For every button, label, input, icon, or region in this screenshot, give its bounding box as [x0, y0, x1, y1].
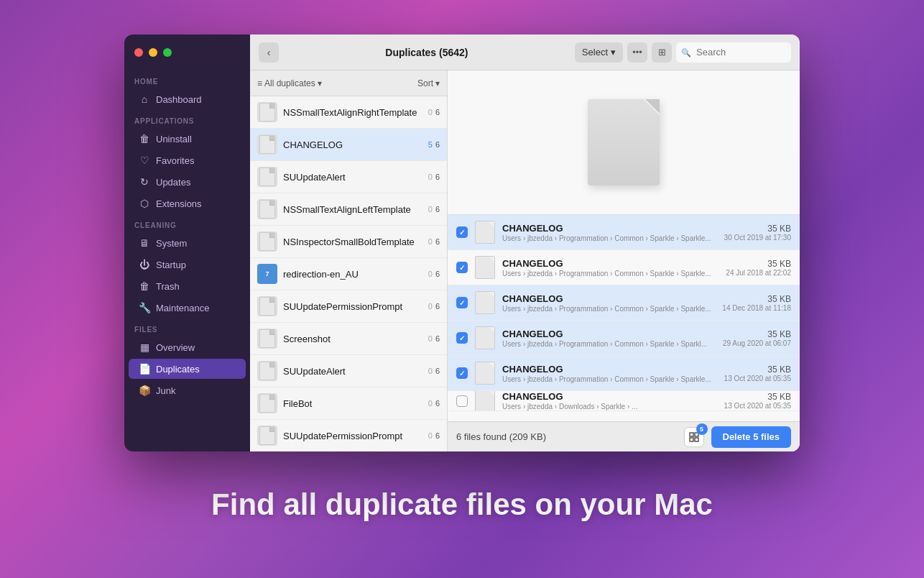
list-item[interactable]: FileBot 0 6: [250, 387, 447, 420]
file-icon: [257, 167, 277, 187]
count-b: 6: [435, 205, 440, 214]
sidebar-item-junk[interactable]: 📦 Junk: [129, 380, 246, 400]
list-item[interactable]: CHANGELOG 5 6: [250, 129, 447, 161]
list-item[interactable]: SUUpdateAlert 0 6: [250, 355, 447, 387]
chevron-down-icon: ▾: [611, 47, 616, 58]
duplicate-name: CHANGELOG: [502, 329, 716, 339]
duplicate-date: 24 Jul 2018 at 22:02: [726, 269, 791, 277]
filter-button[interactable]: ≡ All duplicates ▾: [257, 78, 322, 88]
trash-icon: 🗑: [139, 280, 150, 292]
back-button[interactable]: ‹: [259, 42, 279, 63]
duplicate-path: Users › jbzedda › Downloads › Sparkle › …: [502, 403, 717, 410]
duplicate-checkbox[interactable]: [456, 226, 468, 238]
duplicate-item[interactable]: CHANGELOG Users › jbzedda › Programmatio…: [448, 285, 800, 321]
sidebar-item-label: System: [156, 238, 187, 249]
search-wrapper: [676, 42, 791, 63]
list-item[interactable]: 7 redirection-en_AU 0 6: [250, 258, 447, 290]
list-item[interactable]: NSInspectorSmallBoldTemplate 0 6: [250, 226, 447, 258]
list-item[interactable]: SUUpdateAlert 0 6: [250, 161, 447, 193]
delete-button[interactable]: Delete 5 files: [711, 426, 792, 448]
detail-panel: CHANGELOG Users › jbzedda › Programmatio…: [448, 70, 800, 451]
duplicate-file-icon: [475, 326, 495, 349]
list-item[interactable]: Screenshot 0 6: [250, 323, 447, 355]
sidebar-item-label: Duplicates: [156, 364, 200, 375]
duplicate-meta: 35 KB 13 Oct 2020 at 05:35: [724, 364, 791, 382]
sidebar-item-duplicates[interactable]: 📄 Duplicates: [129, 359, 246, 379]
traffic-light-close[interactable]: [134, 48, 143, 57]
select-label: Select: [582, 47, 608, 58]
duplicate-name: CHANGELOG: [502, 258, 719, 269]
file-icon: [257, 231, 277, 252]
section-files-label: FILES: [124, 318, 250, 336]
duplicate-item[interactable]: CHANGELOG Users › jbzedda › Programmatio…: [448, 321, 800, 356]
sidebar-item-overview[interactable]: ▦ Overview: [129, 337, 246, 357]
duplicate-name: CHANGELOG: [502, 293, 715, 304]
sidebar-titlebar: [124, 35, 250, 70]
count-a: 0: [428, 431, 433, 440]
topbar-title: Duplicates (5642): [285, 47, 569, 58]
file-icon: [257, 329, 277, 349]
select-button[interactable]: Select ▾: [575, 42, 623, 63]
system-icon: 🖥: [139, 237, 150, 249]
sidebar-item-label: Maintenance: [156, 303, 209, 313]
file-icon: [257, 102, 277, 122]
count-b: 6: [435, 399, 440, 408]
duplicate-size: 35 KB: [724, 364, 791, 375]
list-item[interactable]: SUUpdatePermissionPrompt 0 6: [250, 290, 447, 323]
list-item[interactable]: SUUpdatePermissionPrompt 0 6: [250, 420, 447, 451]
duplicate-item[interactable]: CHANGELOG Users › jbzedda › Programmatio…: [448, 356, 800, 391]
traffic-light-maximize[interactable]: [163, 48, 172, 57]
duplicate-checkbox[interactable]: [456, 297, 468, 308]
view-toggle-button[interactable]: ⊞: [652, 42, 672, 63]
duplicate-checkbox[interactable]: [456, 367, 468, 379]
duplicate-checkbox[interactable]: [456, 332, 468, 344]
list-item-name: Screenshot: [283, 334, 428, 344]
duplicate-meta: 35 KB 14 Dec 2018 at 11:18: [722, 294, 791, 312]
list-item-name: SUUpdatePermissionPrompt: [283, 431, 428, 441]
file-icon: [257, 199, 277, 219]
section-cleaning-label: CLEANING: [124, 214, 250, 232]
sidebar-item-uninstall[interactable]: 🗑 Uninstall: [129, 129, 246, 149]
duplicate-name: CHANGELOG: [502, 391, 717, 402]
count-a: 0: [428, 108, 433, 116]
traffic-light-minimize[interactable]: [149, 48, 157, 57]
sidebar-item-dashboard[interactable]: ⌂ Dashboard: [129, 89, 246, 109]
sidebar-item-startup[interactable]: ⏻ Startup: [129, 254, 246, 275]
expand-button[interactable]: 5: [684, 427, 704, 447]
sidebar-item-label: Junk: [156, 385, 175, 396]
sidebar-item-updates[interactable]: ↻ Updates: [129, 172, 246, 192]
sidebar: HOME ⌂ Dashboard APPLICATIONS 🗑 Uninstal…: [124, 35, 250, 451]
more-options-button[interactable]: •••: [627, 42, 647, 63]
count-a: 0: [428, 173, 433, 181]
duplicate-file-icon: [475, 291, 495, 314]
duplicate-item[interactable]: CHANGELOG Users › jbzedda › Downloads › …: [448, 391, 800, 411]
list-item[interactable]: NSSmallTextAlignRightTemplate 0 6: [250, 96, 447, 129]
duplicate-checkbox[interactable]: [456, 395, 468, 407]
sidebar-item-system[interactable]: 🖥 System: [129, 233, 246, 253]
duplicate-item[interactable]: CHANGELOG Users › jbzedda › Programmatio…: [448, 250, 800, 285]
list-item[interactable]: NSSmallTextAlignLeftTemplate 0 6: [250, 193, 447, 226]
sidebar-item-trash[interactable]: 🗑 Trash: [129, 276, 246, 296]
sidebar-item-maintenance[interactable]: 🔧 Maintenance: [129, 298, 246, 318]
count-b: 6: [435, 270, 440, 278]
count-a: 0: [428, 367, 433, 375]
duplicate-item[interactable]: CHANGELOG Users › jbzedda › Programmatio…: [448, 215, 800, 250]
file-icon: [257, 361, 277, 381]
sidebar-item-label: Dashboard: [156, 94, 202, 105]
search-input[interactable]: [676, 42, 791, 63]
sort-button[interactable]: Sort ▾: [417, 78, 440, 88]
duplicate-checkbox[interactable]: [456, 262, 468, 273]
duplicate-path: Users › jbzedda › Programmation › Common…: [502, 270, 719, 277]
preview-area: [448, 70, 800, 214]
list-item-counts: 0 6: [428, 205, 440, 214]
count-b: 6: [435, 334, 440, 343]
sidebar-item-extensions[interactable]: ⬡ Extensions: [129, 193, 246, 214]
duplicate-info: CHANGELOG Users › jbzedda › Programmatio…: [502, 364, 717, 383]
file-icon: [257, 393, 277, 413]
sidebar-item-favorites[interactable]: ♡ Favorites: [129, 150, 246, 170]
sidebar-item-label: Uninstall: [156, 134, 192, 144]
count-a: 0: [428, 205, 433, 214]
list-item-name: CHANGELOG: [283, 139, 428, 150]
list-item-counts: 0 6: [428, 431, 440, 440]
duplicate-path: Users › jbzedda › Programmation › Common…: [502, 375, 717, 383]
